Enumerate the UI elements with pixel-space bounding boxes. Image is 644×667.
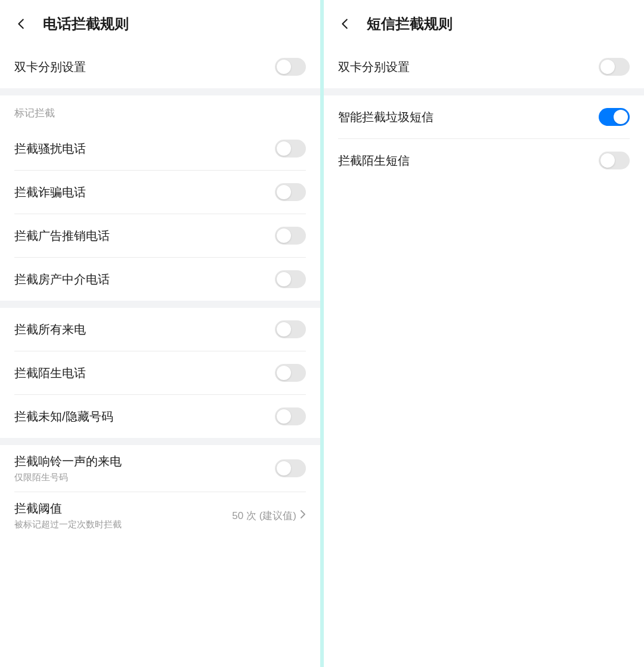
row-label: 拦截陌生短信 [338, 153, 410, 169]
block-fraud-row[interactable]: 拦截诈骗电话 [0, 171, 320, 214]
block-strangers-toggle[interactable] [275, 364, 306, 382]
row-label: 拦截未知/隐藏号码 [14, 409, 113, 425]
block-ring-once-row[interactable]: 拦截响铃一声的来电 仅限陌生号码 [0, 445, 320, 492]
block-ring-once-toggle[interactable] [275, 459, 306, 477]
row-label: 拦截诈骗电话 [14, 184, 86, 200]
section-gap [0, 438, 320, 445]
row-label: 拦截广告推销电话 [14, 228, 110, 244]
block-ads-row[interactable]: 拦截广告推销电话 [0, 214, 320, 257]
section-gap [0, 301, 320, 308]
page-title: 电话拦截规则 [43, 14, 129, 33]
threshold-value: 50 次 (建议值) [232, 509, 296, 523]
row-label: 拦截阈值 [14, 501, 122, 517]
header: 短信拦截规则 [324, 0, 644, 45]
section-gap [0, 88, 320, 95]
section-gap [324, 88, 644, 95]
row-label: 拦截骚扰电话 [14, 141, 86, 157]
block-ads-toggle[interactable] [275, 227, 306, 245]
block-stranger-sms-toggle[interactable] [599, 152, 630, 169]
block-stranger-sms-row[interactable]: 拦截陌生短信 [324, 139, 644, 182]
page-title: 短信拦截规则 [367, 14, 453, 33]
block-realestate-row[interactable]: 拦截房产中介电话 [0, 258, 320, 301]
row-label: 智能拦截垃圾短信 [338, 109, 434, 125]
block-strangers-row[interactable]: 拦截陌生电话 [0, 351, 320, 394]
sms-block-rules-screen: 短信拦截规则 双卡分别设置 智能拦截垃圾短信 拦截陌生短信 [324, 0, 644, 667]
back-button[interactable] [14, 17, 29, 31]
back-button[interactable] [338, 17, 352, 31]
dual-sim-label: 双卡分别设置 [338, 59, 410, 75]
block-all-row[interactable]: 拦截所有来电 [0, 308, 320, 351]
row-sublabel: 仅限陌生号码 [14, 472, 122, 483]
call-block-rules-screen: 电话拦截规则 双卡分别设置 标记拦截 拦截骚扰电话 拦截诈骗电话 拦截广告推销电… [0, 0, 320, 667]
threshold-value-link[interactable]: 50 次 (建议值) [232, 509, 306, 523]
block-harassment-row[interactable]: 拦截骚扰电话 [0, 127, 320, 170]
block-hidden-toggle[interactable] [275, 407, 306, 425]
dual-sim-row[interactable]: 双卡分别设置 [324, 45, 644, 88]
dual-sim-toggle[interactable] [275, 58, 306, 76]
section-header-marked: 标记拦截 [0, 95, 320, 127]
row-sublabel: 被标记超过一定次数时拦截 [14, 519, 122, 530]
dual-sim-toggle[interactable] [599, 58, 630, 76]
block-threshold-row[interactable]: 拦截阈值 被标记超过一定次数时拦截 50 次 (建议值) [0, 492, 320, 539]
block-all-toggle[interactable] [275, 320, 306, 338]
row-label: 拦截房产中介电话 [14, 271, 110, 288]
row-label: 拦截陌生电话 [14, 365, 86, 381]
block-realestate-toggle[interactable] [275, 270, 306, 288]
smart-block-spam-toggle[interactable] [599, 108, 630, 126]
header: 电话拦截规则 [0, 0, 320, 45]
row-label: 拦截响铃一声的来电 [14, 453, 122, 470]
block-hidden-row[interactable]: 拦截未知/隐藏号码 [0, 395, 320, 438]
block-harassment-toggle[interactable] [275, 140, 306, 158]
smart-block-spam-row[interactable]: 智能拦截垃圾短信 [324, 95, 644, 138]
chevron-right-icon [300, 509, 306, 522]
dual-sim-row[interactable]: 双卡分别设置 [0, 45, 320, 88]
dual-sim-label: 双卡分别设置 [14, 59, 86, 75]
back-arrow-icon [15, 17, 28, 30]
back-arrow-icon [339, 17, 352, 30]
row-label: 拦截所有来电 [14, 322, 86, 338]
block-fraud-toggle[interactable] [275, 183, 306, 201]
